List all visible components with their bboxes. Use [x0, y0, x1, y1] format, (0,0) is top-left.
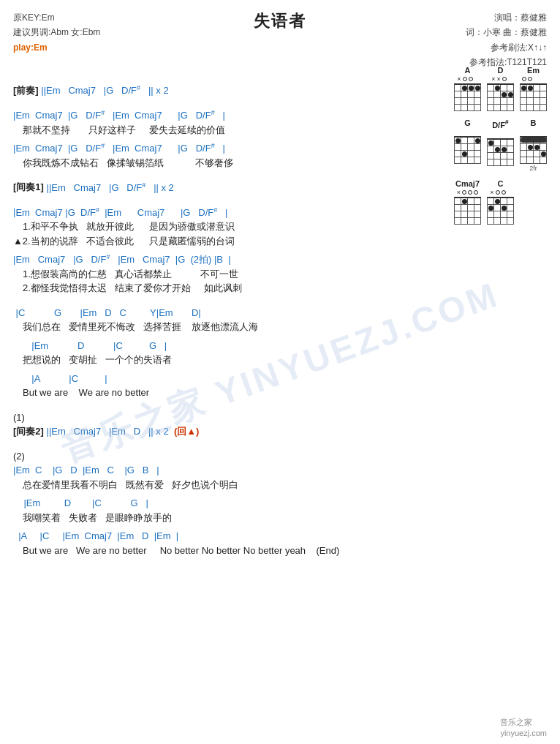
chord-B: B 2fr: [520, 119, 547, 172]
br3-chord1: |A |C |: [13, 372, 401, 386]
v2c-chord1: |A |C |Em Cmaj7 |Em D |Em |: [13, 529, 401, 544]
ch1-lyric2: ▲2.当初的说辞 不适合彼此 只是藏匿懦弱的台词: [13, 234, 401, 249]
v2-lyric1: 总在爱情里我看不明白 既然有爱 好夕也说个明白: [13, 478, 401, 492]
v1a-lyric1: 那就不坚持 只好这样子 爱失去延续的价值: [13, 123, 401, 138]
section-verse1a: |Em Cmaj7 |G D/F# |Em Cmaj7 |G D/F# | 那就…: [13, 108, 401, 137]
chord-diagrams: A × D: [454, 66, 547, 225]
chord-A: A ×: [454, 66, 481, 111]
chord-row-3: Cmaj7 × C: [454, 179, 547, 225]
section-chorus2: |Em Cmaj7 |G D/F# |Em Cmaj7 |G (2拍) |B |…: [13, 252, 401, 296]
footer-logo-right: 音乐之家yinyuezj.com: [500, 717, 547, 738]
ch2-chord1: |Em Cmaj7 |G D/F# |Em Cmaj7 |G (2拍) |B |: [13, 252, 401, 267]
chord-G: G: [454, 119, 481, 164]
chord-row-1: A × D: [454, 66, 547, 111]
br2-lyric1: 把想说的 变胡扯 一个个的失语者: [13, 353, 401, 367]
section-bridge1: |C G |Em D C Y|Em D| 我们总在 爱情里死不悔改 选择苦捱 放…: [13, 306, 401, 334]
interlude1-chords: [间奏1] ||Em Cmaj7 |G D/F# || x 2: [13, 180, 401, 195]
v2b-chord1: |Em D |C G |: [13, 496, 401, 511]
section-verse1b: |Em Cmaj7 |G D/F# |Em Cmaj7 |G D/F# | 你我…: [13, 141, 401, 170]
section-chorus1: |Em Cmaj7 |G D/F# |Em Cmaj7 |G D/F# | 1.…: [13, 205, 401, 248]
chord-D: D × ×: [487, 66, 514, 111]
v1b-chord1: |Em Cmaj7 |G D/F# |Em Cmaj7 |G D/F# |: [13, 141, 401, 156]
section-interlude1: [间奏1] ||Em Cmaj7 |G D/F# || x 2: [13, 180, 401, 195]
chord-Em: Em: [520, 66, 547, 111]
br1-lyric1: 我们总在 爱情里死不悔改 选择苦捱 放逐他漂流人海: [13, 320, 401, 334]
section-prelude: [前奏] ||Em Cmaj7 |G D/F# || x 2: [13, 83, 401, 98]
v1a-chord1: |Em Cmaj7 |G D/F# |Em Cmaj7 |G D/F# |: [13, 108, 401, 123]
key-info: 原KEY:Em: [13, 10, 100, 25]
meta-right: 演唱：蔡健雅 词：小寒 曲：蔡健雅 参考刷法:X↑↓↑ 参考指法:T121T12…: [466, 10, 547, 70]
meta-left: 原KEY:Em 建议男调:Abm 女:Ebm play:Em: [13, 10, 100, 55]
ch1-chord1: |Em Cmaj7 |G D/F# |Em Cmaj7 |G D/F# |: [13, 205, 401, 219]
marker-1: (1): [13, 410, 401, 425]
play-info: play:Em: [13, 40, 100, 55]
chord-DFsharp: D/F#: [487, 119, 514, 166]
br2-chord1: |Em D |C G |: [13, 339, 401, 353]
section-bridge2: |Em D |C G | 把想说的 变胡扯 一个个的失语者: [13, 339, 401, 367]
ch1-lyric1: 1.和平不争执 就放开彼此 是因为骄傲或潜意识: [13, 219, 401, 234]
section-2: (2) |Em C |G D |Em C |G B | 总在爱情里我看不明白 既…: [13, 449, 401, 492]
v1b-lyric1: 你我既炼不成钻石 像揉皱锡箔纸 不够奢侈: [13, 156, 401, 170]
br1-chord1: |C G |Em D C Y|Em D|: [13, 306, 401, 320]
marker-2: (2): [13, 449, 401, 464]
section-1: (1) [间奏2] ||Em Cmaj7 |Em D || x 2 (回▲): [13, 410, 401, 439]
br3-lyric1: But we are We are no better: [13, 386, 401, 400]
ch2-lyric1: 1.想假装高尚的仁慈 真心话都禁止 不可一世: [13, 267, 401, 282]
singer-info: 演唱：蔡健雅: [466, 10, 547, 25]
ch2-lyric2: 2.都怪我觉悟得太迟 结束了爱你才开始 如此讽刺: [13, 281, 401, 296]
lyricist-info: 词：小寒 曲：蔡健雅: [466, 25, 547, 40]
section-2c: |A |C |Em Cmaj7 |Em D |Em | But we are W…: [13, 529, 401, 557]
v2c-lyric1: But we are We are no better No better No…: [13, 544, 401, 558]
v2b-lyric1: 我嘲笑着 失败者 是眼睁睁放手的: [13, 511, 401, 525]
interlude2-chords: [间奏2] ||Em Cmaj7 |Em D || x 2 (回▲): [13, 424, 401, 439]
strumming-info: 参考刷法:X↑↓↑: [466, 40, 547, 55]
chord-Cmaj7: Cmaj7 ×: [454, 179, 481, 225]
v2-chord1: |Em C |G D |Em C |G B |: [13, 463, 401, 478]
chord-C: C ×: [487, 179, 514, 225]
section-bridge3: |A |C | But we are We are no better: [13, 372, 401, 400]
chord-row-2: G D/F#: [454, 119, 547, 172]
prelude-chords: [前奏] ||Em Cmaj7 |G D/F# || x 2: [13, 83, 401, 98]
suggestion-info: 建议男调:Abm 女:Ebm: [13, 25, 100, 40]
page: 音乐之家 YINYUEZJ.COM 失语者 原KEY:Em 建议男调:Abm 女…: [0, 0, 560, 744]
section-2b: |Em D |C G | 我嘲笑着 失败者 是眼睁睁放手的: [13, 496, 401, 525]
